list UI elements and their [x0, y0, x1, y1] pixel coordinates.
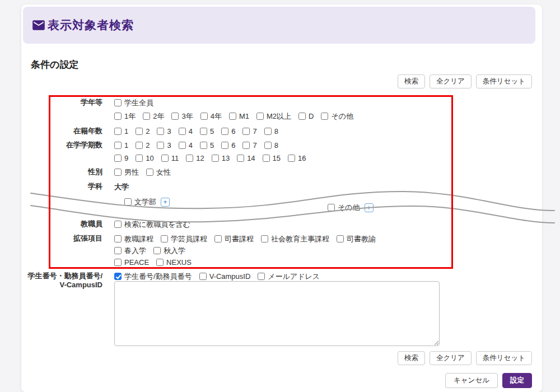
checkbox-item[interactable]: 学生番号/勤務員番号 [114, 272, 192, 282]
checkbox-item[interactable]: 社会教育主事課程 [261, 234, 329, 244]
checkbox-item[interactable]: 春入学 [114, 246, 146, 256]
checkbox-item[interactable]: 女性 [146, 167, 171, 178]
checkbox-item[interactable]: D [298, 112, 314, 120]
clear-all-button[interactable]: 全クリア [430, 74, 472, 88]
checkbox[interactable] [258, 273, 265, 280]
checkbox-item[interactable]: 7 [242, 141, 256, 150]
checkbox[interactable] [242, 128, 250, 135]
checkbox[interactable] [242, 142, 250, 149]
checkbox[interactable] [114, 247, 122, 254]
checkbox[interactable] [337, 235, 344, 242]
checkbox-item[interactable]: 1年 [114, 111, 136, 122]
cancel-button[interactable]: キャンセル [445, 373, 498, 388]
checkbox[interactable] [200, 113, 208, 120]
checkbox[interactable] [156, 259, 164, 266]
checkbox[interactable] [136, 155, 143, 162]
search-button[interactable]: 検索 [398, 74, 425, 88]
checkbox[interactable] [136, 128, 143, 135]
checkbox-item[interactable]: 6 [221, 127, 235, 136]
checkbox[interactable] [114, 273, 122, 280]
checkbox-item[interactable]: 秋入学 [153, 246, 185, 256]
checkbox-item[interactable]: 4年 [200, 111, 222, 122]
checkbox-item[interactable]: 15 [263, 154, 281, 162]
checkbox-item[interactable]: V-CampusID [199, 272, 251, 281]
id-list-textarea[interactable] [114, 281, 440, 346]
checkbox-item[interactable]: 12 [186, 154, 204, 162]
checkbox-item[interactable]: メールアドレス [258, 272, 320, 282]
checkbox-item[interactable]: NEXUS [156, 258, 192, 267]
checkbox[interactable] [263, 155, 270, 162]
checkbox-item[interactable]: 5 [200, 141, 214, 150]
checkbox-item[interactable]: 検索に教職員を含む [114, 220, 190, 230]
checkbox-item[interactable]: 9 [114, 154, 128, 162]
checkbox[interactable] [199, 273, 207, 280]
checkbox-item[interactable]: 4 [179, 141, 193, 150]
reset-conditions-button-bottom[interactable]: 条件リセット [476, 351, 532, 365]
checkbox[interactable] [179, 128, 186, 135]
checkbox[interactable] [256, 113, 264, 120]
checkbox[interactable] [200, 142, 207, 149]
checkbox[interactable] [221, 128, 228, 135]
checkbox[interactable] [214, 235, 222, 242]
checkbox-item[interactable]: 14 [237, 154, 255, 162]
checkbox[interactable] [114, 235, 122, 242]
checkbox-item[interactable]: 8 [264, 127, 278, 136]
checkbox-item[interactable]: 7 [242, 127, 256, 136]
checkbox-item[interactable]: 13 [212, 154, 230, 162]
checkbox[interactable] [161, 235, 168, 242]
checkbox[interactable] [114, 259, 122, 266]
checkbox-item[interactable]: 3 [157, 141, 171, 150]
checkbox[interactable] [264, 128, 272, 135]
checkbox[interactable] [153, 247, 161, 254]
checkbox-item[interactable]: その他+ [328, 203, 374, 213]
checkbox-item[interactable]: 司書教諭 [337, 234, 376, 244]
checkbox-item[interactable]: 8 [264, 141, 278, 150]
checkbox[interactable] [114, 155, 122, 162]
checkbox[interactable] [237, 155, 244, 162]
checkbox-item[interactable]: M1 [229, 112, 249, 120]
checkbox[interactable] [264, 142, 272, 149]
checkbox-item[interactable]: 男性 [114, 167, 139, 178]
checkbox[interactable] [171, 113, 179, 120]
search-button-bottom[interactable]: 検索 [398, 351, 425, 365]
checkbox-item[interactable]: 2 [136, 141, 150, 150]
checkbox-item[interactable]: 4 [179, 127, 193, 136]
checkbox[interactable] [114, 169, 122, 176]
checkbox-item[interactable]: PEACE [114, 258, 149, 267]
checkbox-item[interactable]: 3 [157, 127, 171, 136]
checkbox[interactable] [288, 155, 295, 162]
checkbox-item[interactable]: 学芸員課程 [161, 234, 207, 244]
checkbox[interactable] [157, 128, 164, 135]
checkbox[interactable] [143, 113, 150, 120]
checkbox[interactable] [200, 128, 207, 135]
checkbox-item[interactable]: 1 [114, 127, 128, 136]
checkbox-item[interactable]: 教職課程 [114, 234, 153, 244]
checkbox[interactable] [157, 142, 164, 149]
checkbox[interactable] [136, 142, 143, 149]
checkbox[interactable] [261, 235, 268, 242]
checkbox-item[interactable]: 1 [114, 141, 128, 150]
checkbox[interactable] [321, 113, 328, 120]
checkbox-item[interactable]: 2年 [143, 111, 164, 122]
reset-conditions-button[interactable]: 条件リセット [476, 74, 532, 88]
checkbox-item[interactable]: 司書課程 [214, 234, 254, 244]
checkbox[interactable] [114, 113, 122, 120]
checkbox-item[interactable]: 学生全員 [114, 98, 153, 108]
checkbox[interactable] [179, 142, 186, 149]
checkbox-item[interactable]: 11 [161, 154, 179, 162]
checkbox[interactable] [229, 113, 236, 120]
clear-all-button-bottom[interactable]: 全クリア [430, 351, 472, 365]
checkbox-item[interactable]: 6 [221, 141, 235, 150]
checkbox[interactable] [212, 155, 219, 162]
checkbox-item[interactable]: 16 [288, 154, 306, 162]
checkbox-item[interactable]: 2 [136, 127, 150, 136]
expand-plus-icon[interactable]: + [161, 198, 170, 207]
checkbox-item[interactable]: 3年 [171, 111, 193, 122]
checkbox[interactable] [328, 204, 335, 211]
checkbox-item[interactable]: 10 [136, 154, 153, 162]
checkbox[interactable] [298, 113, 306, 120]
checkbox-item[interactable]: M2以上 [256, 111, 291, 122]
checkbox-item[interactable]: その他 [321, 111, 353, 122]
expand-plus-icon[interactable]: + [365, 203, 374, 212]
checkbox-item[interactable]: 5 [200, 127, 214, 136]
